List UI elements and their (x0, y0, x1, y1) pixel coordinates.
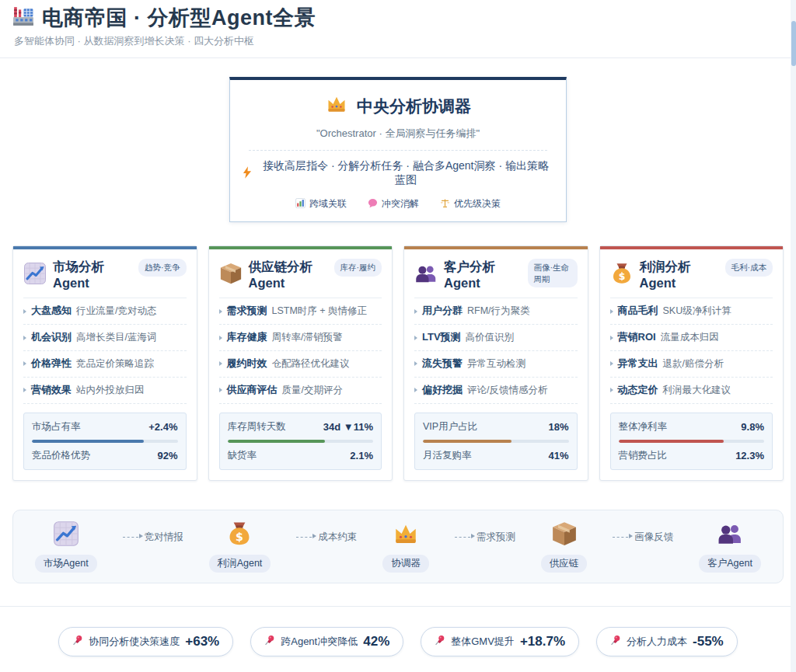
feature-row: 需求预测LSTM时序 + 舆情修正 (219, 298, 382, 325)
agent-flow-strip: 市场Agent 竞对情报 $ 利润Agent 成本约束 (12, 510, 784, 583)
card-title: 供应链分析Agent (249, 259, 328, 291)
feature-row: 用户分群RFM/行为聚类 (414, 298, 578, 325)
pushpin-icon (264, 635, 275, 649)
triangle-bullet-icon (23, 361, 26, 366)
feature-row: 履约时效仓配路径优化建议 (219, 351, 382, 378)
progress-bar (619, 440, 765, 443)
feature-row: 营销ROI流量成本归因 (610, 325, 773, 351)
flow-node-profit: $ 利润Agent (209, 521, 271, 573)
header-divider (0, 57, 796, 58)
kpi-pill-labor-cost: 分析人力成本 -55% (596, 627, 738, 656)
triangle-bullet-icon (414, 388, 417, 392)
coordinator-panel: 中央分析协调器 "Orchestrator · 全局洞察与任务编排" 接收高层指… (229, 77, 567, 222)
card-title: 市场分析Agent (53, 259, 132, 291)
card-badge: 库存·履约 (334, 259, 382, 277)
package-icon (219, 262, 243, 288)
triangle-bullet-icon (414, 361, 417, 366)
kpi-pill-decision-speed: 协同分析使决策速度 +63% (58, 627, 233, 656)
feature-row: 流失预警异常互动检测 (414, 351, 578, 378)
card-badge: 画像·生命周期 (528, 259, 578, 287)
feature-row: 机会识别高增长类目/蓝海词 (23, 325, 187, 351)
feature-row: 库存健康周转率/滞销预警 (219, 325, 382, 351)
agent-cards-row: 市场分析Agent 趋势·竞争 大盘感知行业流量/竞对动态 机会识别高增长类目/… (12, 245, 784, 481)
triangle-bullet-icon (23, 336, 26, 340)
flow-link-competitive-intel: 竞对情报 (123, 531, 183, 544)
agent-card-supply-chain: 供应链分析Agent 库存·履约 需求预测LSTM时序 + 舆情修正 库存健康周… (208, 245, 393, 481)
triangle-bullet-icon (23, 388, 26, 392)
triangle-bullet-icon (610, 388, 613, 392)
scrollbar-thumb[interactable] (791, 21, 796, 66)
triangle-bullet-icon (414, 336, 417, 340)
tag-conflict-resolution: 冲突消解 (368, 197, 419, 211)
triangle-bullet-icon (219, 336, 222, 340)
flow-node-customer: 客户Agent (699, 521, 761, 573)
kpi-pills-row: 协同分析使决策速度 +63% 跨Agent冲突降低 42% (12, 627, 784, 656)
page-subtitle: 多智能体协同 · 从数据洞察到增长决策 · 四大分析中枢 (14, 34, 784, 48)
speech-bubble-icon (368, 198, 378, 211)
scrollbar-track (791, 0, 796, 672)
flow-link-profile-feedback: 画像反馈 (613, 531, 673, 544)
triangle-bullet-icon (610, 336, 613, 340)
feature-row: LTV预测高价值识别 (414, 325, 578, 351)
pushpin-icon (72, 635, 83, 649)
progress-bar (32, 440, 178, 443)
infographic-page: 电商帝国 · 分析型Agent全景 多智能体协同 · 从数据洞察到增长决策 · … (0, 0, 796, 672)
triangle-bullet-icon (610, 361, 613, 366)
feature-row: 价格弹性竞品定价策略追踪 (23, 351, 187, 378)
flow-node-supply-chain: 供应链 (541, 521, 588, 573)
dashed-arrow-icon (455, 537, 470, 538)
feature-row: 供应商评估质量/交期评分 (219, 378, 382, 404)
pushpin-icon (435, 635, 445, 649)
agent-card-market: 市场分析Agent 趋势·竞争 大盘感知行业流量/竞对动态 机会识别高增长类目/… (12, 245, 197, 481)
tag-priority-decision: 优先级决策 (440, 197, 501, 211)
feature-row: 异常支出退款/赔偿分析 (610, 351, 773, 378)
triangle-bullet-icon (219, 361, 222, 366)
dashed-arrow-icon (123, 537, 138, 538)
feature-row: 偏好挖掘评论/反馈情感分析 (414, 378, 578, 404)
progress-bar (228, 440, 374, 443)
coordinator-dashed-divider (249, 150, 547, 151)
balance-scale-icon (440, 198, 450, 211)
tag-cross-domain: 跨域关联 (295, 197, 347, 211)
card-title: 利润分析Agent (640, 259, 719, 291)
triangle-bullet-icon (219, 309, 222, 314)
progress-fill (423, 440, 511, 443)
kpi-pill-gmv-lift: 整体GMV提升 +18.7% (421, 627, 579, 656)
kpi-pill-conflict-reduction: 跨Agent冲突降低 42% (250, 627, 403, 656)
progress-fill (32, 440, 144, 443)
dashed-arrow-icon (296, 537, 312, 538)
metrics-box: 库存周转天数34d ▼11% 缺货率2.1% (219, 413, 382, 470)
card-title: 客户分析Agent (444, 259, 522, 291)
coordinator-title: 中央分析协调器 (357, 96, 471, 117)
triangle-bullet-icon (610, 309, 613, 314)
coordinator-quote: "Orchestrator · 全局洞察与任务编排" (243, 127, 553, 141)
bar-chart-icon (295, 198, 305, 211)
crown-icon (393, 521, 419, 550)
feature-row: 商品毛利SKU级净利计算 (610, 298, 773, 325)
chart-increasing-icon (23, 262, 47, 288)
progress-fill (228, 440, 326, 443)
triangle-bullet-icon (414, 309, 417, 314)
money-bag-icon: $ (226, 521, 253, 550)
flow-node-coordinator: 协调器 (382, 521, 429, 573)
crown-icon (325, 93, 348, 119)
card-badge: 趋势·竞争 (138, 259, 187, 277)
agent-card-profit: $ 利润分析Agent 毛利·成本 商品毛利SKU级净利计算 营销ROI流量成本… (599, 245, 784, 481)
section-divider (0, 606, 796, 607)
users-icon (717, 521, 743, 550)
triangle-bullet-icon (219, 388, 222, 392)
card-badge: 毛利·成本 (725, 259, 773, 277)
svg-text:$: $ (618, 270, 625, 282)
triangle-bullet-icon (23, 309, 26, 314)
svg-text:$: $ (236, 530, 244, 542)
progress-fill (619, 440, 724, 443)
flow-node-market: 市场Agent (35, 521, 97, 573)
metrics-box: 市场占有率+2.4% 竞品价格优势92% (23, 413, 187, 470)
feature-row: 营销效果站内外投放归因 (23, 378, 187, 404)
feature-row: 动态定价利润最大化建议 (610, 378, 773, 404)
flow-link-demand-forecast: 需求预测 (455, 531, 515, 544)
page-title: 电商帝国 · 分析型Agent全景 (42, 4, 316, 32)
chart-increasing-icon (53, 521, 79, 550)
lightning-icon (243, 166, 252, 181)
agent-card-customer: 客户分析Agent 画像·生命周期 用户分群RFM/行为聚类 LTV预测高价值识… (403, 245, 588, 481)
